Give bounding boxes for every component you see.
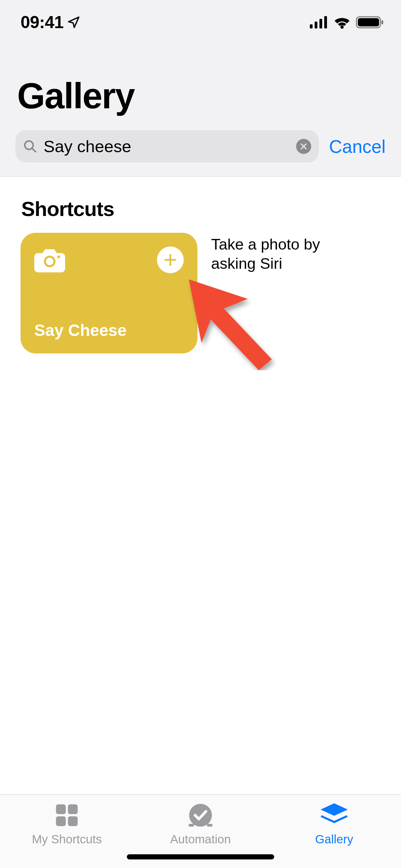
stack-icon	[319, 802, 349, 828]
home-indicator[interactable]	[127, 854, 274, 859]
svg-rect-6	[358, 18, 379, 26]
location-icon	[67, 15, 81, 29]
svg-line-9	[32, 148, 36, 152]
tab-label: Gallery	[315, 832, 353, 846]
tab-automation[interactable]: Automation	[134, 802, 267, 846]
svg-rect-21	[68, 816, 77, 826]
svg-point-13	[46, 258, 53, 265]
cancel-button[interactable]: Cancel	[329, 136, 386, 157]
status-time: 09:41	[21, 12, 63, 32]
grid-icon	[54, 802, 80, 828]
svg-rect-19	[68, 804, 77, 814]
svg-rect-24	[207, 824, 212, 827]
clock-check-icon	[187, 802, 214, 828]
cellular-icon	[310, 16, 328, 28]
shortcut-description: Take a photo by asking Siri	[211, 233, 355, 274]
status-bar: 09:41	[0, 0, 401, 41]
svg-rect-1	[315, 22, 317, 28]
search-icon	[23, 139, 37, 154]
svg-rect-20	[56, 816, 66, 826]
tab-label: Automation	[170, 832, 231, 846]
section-title: Shortcuts	[0, 197, 401, 233]
tab-gallery[interactable]: Gallery	[267, 802, 401, 846]
plus-icon	[163, 252, 178, 267]
svg-rect-7	[381, 20, 383, 24]
svg-rect-23	[189, 824, 194, 827]
shortcut-card-say-cheese[interactable]: Say Cheese	[21, 233, 197, 353]
add-shortcut-button[interactable]	[157, 246, 184, 273]
battery-icon	[356, 15, 384, 29]
page-title: Gallery	[0, 41, 401, 130]
svg-rect-2	[319, 19, 322, 28]
tab-label: My Shortcuts	[32, 832, 102, 846]
svg-point-4	[340, 25, 344, 29]
camera-icon	[34, 246, 65, 273]
svg-rect-3	[324, 16, 327, 28]
close-icon	[300, 142, 308, 150]
clear-search-button[interactable]	[296, 139, 311, 154]
wifi-icon	[333, 15, 351, 29]
tab-my-shortcuts[interactable]: My Shortcuts	[0, 802, 134, 846]
svg-rect-18	[56, 804, 66, 814]
svg-rect-0	[310, 24, 313, 28]
svg-point-14	[57, 255, 60, 258]
search-field[interactable]	[15, 130, 319, 162]
shortcut-card-label: Say Cheese	[34, 321, 184, 340]
search-input[interactable]	[44, 137, 290, 156]
svg-point-22	[189, 804, 212, 827]
